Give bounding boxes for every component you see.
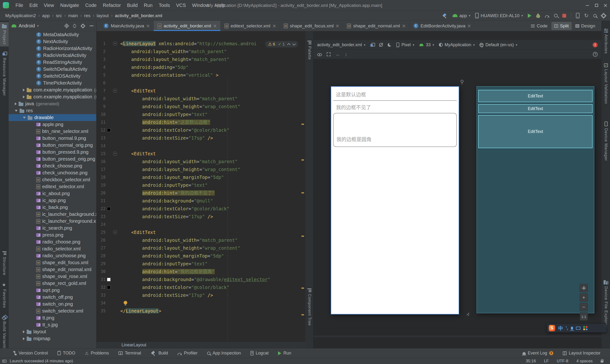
code-line-2[interactable]: 2 android:layout_width="match_parent" xyxy=(96,48,305,55)
tool-window-favorites[interactable]: ★Favorites xyxy=(0,281,9,310)
gear-icon[interactable] xyxy=(81,24,85,28)
close-tab-icon[interactable] xyxy=(273,24,276,28)
tool-window-build-variants[interactable]: Build Variants xyxy=(0,313,9,351)
project-view-selector[interactable]: Android xyxy=(19,23,35,29)
code-line-24[interactable]: 24 xyxy=(96,221,305,228)
tab-shape-edit-focus-xml[interactable]: <>shape_edit_focus.xml xyxy=(280,21,343,31)
tool-window-layout-validation[interactable]: ✓Layout Validation xyxy=(602,62,610,106)
tab-shape-edit-normal-xml[interactable]: <>shape_edit_normal.xml xyxy=(343,21,409,31)
breadcrumb-res[interactable]: res xyxy=(84,13,90,18)
breadcrumb-main[interactable]: main xyxy=(68,13,78,18)
tree-item-tt-png[interactable]: tt.png xyxy=(9,314,96,321)
code-line-21[interactable]: 21 android:background="@null" xyxy=(96,197,305,205)
expand-arrow-icon[interactable] xyxy=(23,330,25,333)
edittext-noborder-preview[interactable]: 我的边框不见了 xyxy=(336,104,371,111)
caret-position[interactable]: 35:16 xyxy=(526,359,536,364)
expand-arrow-icon[interactable] xyxy=(15,103,17,105)
blueprint-edittext-2[interactable]: EditText xyxy=(478,104,593,113)
preview-resize-handle[interactable] xyxy=(466,312,470,316)
tree-item-shape-oval-rose-xml[interactable]: <>shape_oval_rose.xml xyxy=(9,273,96,280)
maximize-button[interactable] xyxy=(592,0,601,11)
next-issue-icon[interactable] xyxy=(292,42,296,45)
tab-activity-edit-border-xml[interactable]: <>activity_edit_border.xml xyxy=(154,21,221,31)
tool-window-device-file-explorer[interactable]: Device File Explorer xyxy=(602,278,610,329)
tree-item-mipmap[interactable]: mipmap xyxy=(9,335,96,342)
minimize-button[interactable] xyxy=(583,0,592,11)
code-line-23[interactable]: 23 android:textSize="17sp" /> xyxy=(96,213,305,221)
attach-debugger-button[interactable] xyxy=(554,14,558,17)
tool-window-resource-manager[interactable]: Resource Manager xyxy=(0,50,9,98)
tree-item-ic-about-png[interactable]: ic_about.png xyxy=(9,190,96,197)
tree-item-editext-selector-xml[interactable]: <>editext_selector.xml xyxy=(9,183,96,190)
color-swatch-icon[interactable] xyxy=(107,278,111,281)
hide-panel-icon[interactable] xyxy=(90,26,93,26)
device-select[interactable]: HUAWEI EDI-AL10 ▾ xyxy=(475,13,523,18)
gradle-sync-button[interactable]: ↻ xyxy=(584,13,589,18)
view-options-icon[interactable] xyxy=(317,53,322,56)
code-line-22[interactable]: 22 android:textColor="@color/black" xyxy=(96,205,305,213)
close-tab-icon[interactable] xyxy=(467,24,471,28)
tree-item-readstringactivity[interactable]: CReadStringActivity xyxy=(9,59,96,66)
tool-button-build[interactable]: Build xyxy=(151,351,168,356)
code-line-6[interactable]: 6 xyxy=(96,79,305,87)
inspection-widget[interactable]: ⚠ 6 ✓ 1 xyxy=(265,41,298,48)
editor-breadcrumb[interactable]: LinearLayout xyxy=(96,342,305,348)
close-tab-icon[interactable] xyxy=(336,24,339,28)
orientation-icon[interactable] xyxy=(379,43,383,47)
tree-item-press-png[interactable]: press.png xyxy=(9,232,96,238)
horizontal-arrow-icon[interactable]: ↔ xyxy=(335,52,340,57)
tool-window-device-manager[interactable]: Device Manager xyxy=(602,120,610,163)
tool-window-switcher-icon[interactable] xyxy=(2,360,6,363)
breadcrumb-myapplication2[interactable]: MyApplication2 xyxy=(5,13,36,18)
theme-selector[interactable]: MyApplication ▾ xyxy=(439,42,475,47)
code-line-35[interactable]: 35</LinearLayout> xyxy=(96,307,305,315)
tree-item-metadataactivity[interactable]: CMetaDataActivity xyxy=(9,31,96,38)
code-line-3[interactable]: 3 android:layout_height="match_parent" xyxy=(96,55,305,63)
microphone-icon[interactable] xyxy=(571,327,573,330)
tree-item-checkbox-selector-xml[interactable]: <>checkbox_selector.xml xyxy=(9,176,96,183)
code-line-9[interactable]: 9 android:layout_height="wrap_content" xyxy=(96,103,305,111)
menu-edit[interactable]: Edit xyxy=(26,0,40,11)
tool-button-logcat[interactable]: Logcat xyxy=(250,351,269,356)
ime-language-toggle[interactable]: 中 xyxy=(558,325,563,332)
tree-item-radio-selector-xml[interactable]: <>radio_selector.xml xyxy=(9,245,96,252)
tree-item-layout[interactable]: layout xyxy=(9,328,96,335)
line-separator[interactable]: LF xyxy=(544,359,549,364)
tool-button-run[interactable]: Run xyxy=(278,351,291,356)
device-selector[interactable]: Pixel ▾ xyxy=(396,42,414,48)
tree-item-ic-launcher-background-xml[interactable]: <>ic_launcher_background.xml xyxy=(9,211,96,218)
tool-button-event-log[interactable]: Event Log2 xyxy=(522,351,553,356)
color-swatch-icon[interactable] xyxy=(107,207,111,211)
zoom-out-button[interactable]: − xyxy=(580,303,588,311)
help-icon[interactable]: ? xyxy=(593,52,597,57)
tree-item-apple-png[interactable]: apple.png xyxy=(9,121,96,128)
palette-tool-button[interactable]: Palette xyxy=(305,41,313,60)
keyboard-icon[interactable] xyxy=(576,327,581,330)
code-line-27[interactable]: 27 android:layout_height="wrap_content" xyxy=(96,244,305,252)
color-swatch-icon[interactable] xyxy=(107,286,111,289)
run-configuration-select[interactable]: app ▾ xyxy=(453,13,470,18)
tree-item-switchdefaultactivity[interactable]: CSwitchDefaultActivity xyxy=(9,66,96,73)
tree-item-timepickeractivity[interactable]: CTimePickerActivity xyxy=(9,79,96,87)
color-swatch-icon[interactable] xyxy=(107,128,111,132)
show-borders-icon[interactable] xyxy=(327,52,330,56)
code-editor[interactable]: 1−<LinearLayout xmlns:android="http://sc… xyxy=(96,31,305,348)
menu-code[interactable]: Code xyxy=(82,0,100,11)
design-preview-screen[interactable]: 这是默认边框 我的边框不见了 我的边框是圆角 xyxy=(331,86,459,314)
close-tab-icon[interactable] xyxy=(213,24,217,28)
settings-button[interactable] xyxy=(601,13,606,18)
tree-item-switchiosactivity[interactable]: CSwitchIOSActivity xyxy=(9,73,96,79)
code-line-7[interactable]: 7− <EditText xyxy=(96,87,305,95)
tree-item-shape-edit-focus-xml[interactable]: <>shape_edit_focus.xml xyxy=(9,259,96,266)
tool-button-app-inspection[interactable]: App Inspection xyxy=(207,351,241,356)
code-line-29[interactable]: 29 android:inputType="text" xyxy=(96,260,305,268)
close-button[interactable] xyxy=(601,0,610,11)
design-scrollbar[interactable] xyxy=(313,335,601,337)
code-line-33[interactable]: 33 android:textSize="17sp" /> xyxy=(96,291,305,299)
code-line-14[interactable]: 14 xyxy=(96,142,305,150)
code-line-34[interactable]: 34 xyxy=(96,299,305,307)
breadcrumb-activity-edit-border-xml[interactable]: activity_edit_border.xml xyxy=(115,13,162,18)
fold-marker-icon[interactable]: − xyxy=(113,89,117,93)
code-line-20[interactable]: 20 android:hint="我的边框不见了" xyxy=(96,189,305,197)
view-mode-design[interactable]: Design xyxy=(572,22,598,30)
